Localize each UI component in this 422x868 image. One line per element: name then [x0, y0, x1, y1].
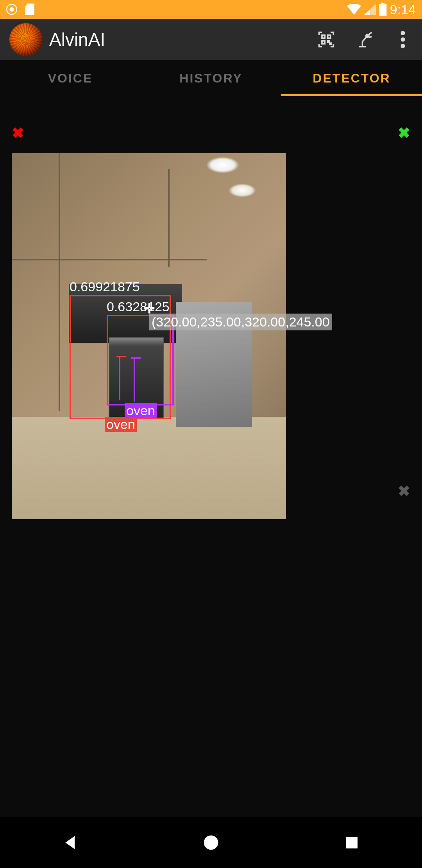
- tab-bar: VOICE HISTORY DETECTOR: [0, 60, 422, 96]
- circle-home-icon: [202, 834, 220, 851]
- square-recent-icon: [344, 835, 359, 850]
- corner-marker-bottom-right: ✖: [398, 482, 410, 500]
- android-nav-bar: [0, 817, 422, 868]
- status-right-icons: 9:14: [347, 2, 416, 17]
- robot-arm-icon: [356, 31, 373, 48]
- svg-point-7: [366, 34, 369, 37]
- svg-rect-5: [328, 41, 329, 43]
- coordinate-readout: (320.00,235.00,320.00,245.00: [149, 314, 332, 330]
- svg-point-9: [401, 38, 405, 42]
- tab-detector[interactable]: DETECTOR: [281, 60, 422, 96]
- tab-voice[interactable]: VOICE: [0, 60, 141, 96]
- detection-center-marker-1: [134, 359, 141, 402]
- battery-icon: [379, 3, 387, 16]
- app-title: AlvinAI: [49, 29, 105, 50]
- triangle-back-icon: [62, 834, 79, 851]
- detector-content: ✖ ✖ ✖ ✖ ✛ 0.69921875oven0.6328125oven (3…: [0, 96, 422, 817]
- circle-dot-icon: [6, 4, 17, 15]
- svg-rect-12: [346, 837, 358, 848]
- svg-point-11: [204, 836, 218, 850]
- nav-home-button[interactable]: [172, 834, 250, 851]
- qr-scan-icon: [318, 31, 335, 48]
- svg-rect-4: [322, 41, 325, 44]
- status-left-icons: [6, 4, 34, 15]
- svg-point-10: [401, 44, 405, 48]
- wifi-icon: [347, 4, 361, 15]
- overflow-menu-button[interactable]: [393, 30, 413, 49]
- detection-label-0: oven: [105, 417, 137, 432]
- app-toolbar: AlvinAI: [0, 19, 422, 60]
- corner-marker-top-left: ✖: [12, 124, 24, 142]
- detector-image-view[interactable]: ✛ 0.69921875oven0.6328125oven: [12, 153, 286, 519]
- toolbar-actions: [316, 30, 413, 49]
- android-status-bar: 9:14: [0, 0, 422, 19]
- qr-scan-button[interactable]: [316, 30, 336, 49]
- svg-point-1: [9, 7, 14, 12]
- svg-rect-2: [322, 35, 325, 38]
- nav-back-button[interactable]: [31, 834, 109, 851]
- svg-rect-3: [328, 35, 331, 38]
- tab-history[interactable]: HISTORY: [141, 60, 281, 96]
- detection-confidence-1: 0.6328125: [107, 299, 170, 314]
- detection-confidence-0: 0.69921875: [70, 279, 140, 294]
- nav-recent-button[interactable]: [313, 835, 391, 850]
- cell-signal-icon: [364, 4, 376, 15]
- sd-card-icon: [25, 4, 34, 15]
- svg-point-8: [401, 31, 405, 35]
- status-clock: 9:14: [390, 2, 416, 17]
- app-logo-icon: [9, 23, 42, 56]
- detection-overlay: ✛ 0.69921875oven0.6328125oven: [12, 153, 286, 519]
- detection-label-1: oven: [125, 403, 157, 418]
- corner-marker-top-right: ✖: [398, 124, 410, 142]
- svg-rect-6: [330, 43, 331, 45]
- robot-arm-button[interactable]: [355, 30, 374, 49]
- dots-vertical-icon: [401, 31, 405, 48]
